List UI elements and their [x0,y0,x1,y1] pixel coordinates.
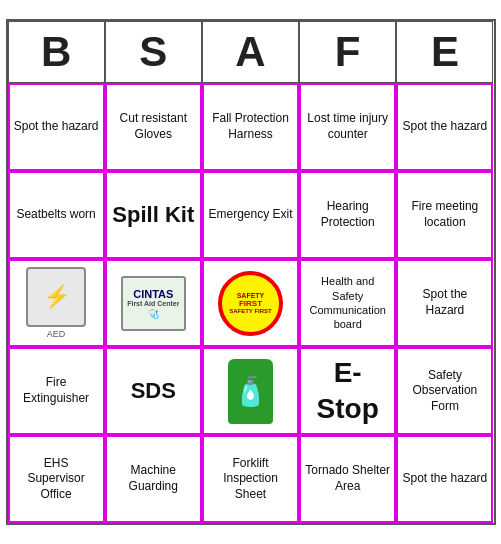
cell-r4c3[interactable]: 🧴 [202,347,299,435]
safety-first-icon: SAFETY FIRST SAFETY FIRST [208,265,293,341]
cell-r1c4[interactable]: Lost time injury counter [299,83,396,171]
header-a: A [202,21,299,83]
cell-r5c5[interactable]: Spot the hazard [396,435,493,523]
cell-r3c3[interactable]: SAFETY FIRST SAFETY FIRST [202,259,299,347]
cell-r3c5[interactable]: Spot the Hazard [396,259,493,347]
eyewash-icon: 🧴 [208,353,293,429]
cell-r5c1[interactable]: EHS Supervisor Office [8,435,105,523]
header-f: F [299,21,396,83]
cell-r2c5[interactable]: Fire meeting location [396,171,493,259]
cell-r1c5[interactable]: Spot the hazard [396,83,493,171]
header-e: E [396,21,493,83]
first-aid-icon: CINTAS First Aid Center 🩺 [111,265,196,341]
cell-r4c1[interactable]: Fire Extinguisher [8,347,105,435]
cell-r5c2[interactable]: Machine Guarding [105,435,202,523]
cell-r2c4[interactable]: Hearing Protection [299,171,396,259]
bingo-card: B S A F E Spot the hazard Cut resistant … [6,19,496,525]
bingo-header: B S A F E [8,21,494,83]
cell-r1c1[interactable]: Spot the hazard [8,83,105,171]
cell-r5c3[interactable]: Forklift Inspection Sheet [202,435,299,523]
bingo-grid: Spot the hazard Cut resistant Gloves Fal… [8,83,494,523]
cell-r3c1[interactable]: ⚡ AED [8,259,105,347]
cell-r2c3[interactable]: Emergency Exit [202,171,299,259]
cell-r2c1[interactable]: Seatbelts worn [8,171,105,259]
header-s: S [105,21,202,83]
cell-r2c2[interactable]: Spill Kit [105,171,202,259]
aed-icon: ⚡ AED [14,265,99,341]
cell-r3c4[interactable]: Health and Safety Communication board [299,259,396,347]
cell-r1c3[interactable]: Fall Protection Harness [202,83,299,171]
cell-r4c4[interactable]: E-Stop [299,347,396,435]
header-b: B [8,21,105,83]
cell-r3c2[interactable]: CINTAS First Aid Center 🩺 [105,259,202,347]
cell-r4c2[interactable]: SDS [105,347,202,435]
cell-r5c4[interactable]: Tornado Shelter Area [299,435,396,523]
cell-r4c5[interactable]: Safety Observation Form [396,347,493,435]
cell-r1c2[interactable]: Cut resistant Gloves [105,83,202,171]
